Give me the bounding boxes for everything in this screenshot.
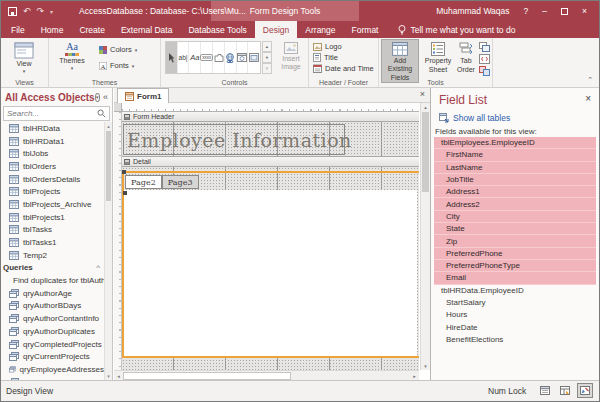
field-list-row[interactable]: PreferredPhone xyxy=(434,248,596,260)
view-button[interactable]: View ▾ xyxy=(6,39,42,75)
user-name[interactable]: Muhammad Waqas xyxy=(436,6,509,16)
nav-item-table[interactable]: tblTasks1 xyxy=(1,236,104,249)
date-time-button[interactable]: Date and Time xyxy=(309,63,378,74)
scroll-right-icon[interactable]: ▸ xyxy=(410,373,419,379)
nav-item-table[interactable]: Temp2 xyxy=(1,249,104,262)
web-browser-control-button[interactable] xyxy=(237,42,249,73)
nav-item-query[interactable]: qryAuthorBDays xyxy=(1,300,104,313)
tell-me-box[interactable]: Tell me what you want to do xyxy=(398,21,515,38)
ribbon-tab[interactable]: Arrange xyxy=(297,21,343,38)
form-title-label-control[interactable]: Employee Information xyxy=(123,124,345,155)
search-icon[interactable] xyxy=(97,109,106,118)
document-horizontal-scrollbar[interactable]: ◂ ▸ xyxy=(114,370,419,380)
maximize-button[interactable] xyxy=(561,8,568,15)
customize-qat-button[interactable]: ▾ xyxy=(50,8,53,15)
nav-item-table[interactable]: tblOrders xyxy=(1,160,104,173)
document-tab-form1[interactable]: Form1 xyxy=(117,88,169,103)
convert-macros-icon[interactable] xyxy=(479,66,490,76)
collapse-group-icon[interactable]: ^ xyxy=(96,263,100,272)
navigation-pane-title[interactable]: All Access Objects xyxy=(5,92,95,103)
field-list-row[interactable]: Email xyxy=(434,272,596,284)
nav-item-table[interactable]: tblProjects xyxy=(1,185,104,198)
field-list-row[interactable]: State xyxy=(434,223,596,235)
horizontal-scrollbar-thumb[interactable] xyxy=(123,372,291,380)
fonts-button[interactable]: A Fonts ▾ xyxy=(99,61,134,70)
field-list-row[interactable]: FirstName xyxy=(434,149,596,161)
tab-order-button[interactable]: Tab Order xyxy=(453,39,479,74)
ribbon-tab[interactable]: Format xyxy=(344,21,387,38)
nav-item-query[interactable]: qryEmployeeAddresses xyxy=(1,363,104,376)
undo-button[interactable]: ↶ xyxy=(23,7,31,16)
collapse-ribbon-button[interactable]: ⌃ xyxy=(587,76,593,84)
vertical-scrollbar-thumb[interactable] xyxy=(422,112,429,192)
themes-button[interactable]: Aa Themes ▾ xyxy=(53,39,91,72)
ribbon-tab[interactable]: Home xyxy=(33,21,72,38)
form-view-button[interactable] xyxy=(537,383,553,398)
nav-scrollbar-thumb[interactable] xyxy=(106,131,111,201)
nav-group-queries[interactable]: Queries ^ xyxy=(1,262,104,275)
field-list-row[interactable]: tblEmployees.EmployeeID xyxy=(434,137,596,149)
form-page-tab[interactable]: Page2 xyxy=(125,175,162,189)
selection-handle[interactable] xyxy=(122,170,126,174)
form-page-tab[interactable]: Page3 xyxy=(162,175,199,189)
help-button[interactable]: ? xyxy=(524,6,529,16)
select-control-button[interactable] xyxy=(166,42,178,73)
subform-control-button[interactable] xyxy=(248,42,260,73)
nav-item-table[interactable]: tblJobs xyxy=(1,147,104,160)
gallery-scroll-down[interactable]: ▾ xyxy=(262,52,272,63)
gallery-scroll-up[interactable]: ▴ xyxy=(262,41,272,52)
view-code-icon[interactable] xyxy=(479,54,490,64)
tab-control-page-body[interactable] xyxy=(124,190,417,357)
subform-new-window-icon[interactable] xyxy=(479,42,490,52)
search-input[interactable] xyxy=(7,109,97,118)
field-list-row[interactable]: JobTitle xyxy=(434,174,596,186)
redo-button[interactable]: ↷ xyxy=(37,7,45,16)
field-list-row[interactable]: Zip xyxy=(434,235,596,247)
field-list-row[interactable]: Address1 xyxy=(434,186,596,198)
scroll-up-icon[interactable]: ▴ xyxy=(105,123,112,129)
detail-section-bar[interactable]: Detail xyxy=(122,157,419,167)
document-vertical-scrollbar[interactable]: ▴ ▾ xyxy=(420,103,430,370)
close-field-list-icon[interactable]: × xyxy=(585,93,591,104)
nav-item-table[interactable]: tblHRData1 xyxy=(1,135,104,148)
field-list-row[interactable]: StartSalary xyxy=(434,297,596,309)
field-list-row[interactable]: tblHRData.EmployeeID xyxy=(434,285,596,297)
field-list-row[interactable]: HireDate xyxy=(434,321,596,333)
gallery-more-button[interactable]: ▿ xyxy=(262,63,272,74)
ribbon-tab[interactable]: Create xyxy=(71,21,113,38)
minimize-button[interactable]: – xyxy=(542,6,547,16)
nav-item-query[interactable]: qryAuthorContantInfo xyxy=(1,312,104,325)
ribbon-tab[interactable]: Database Tools xyxy=(180,21,254,38)
form-header-grid[interactable]: Employee Information xyxy=(122,122,419,157)
field-list-row[interactable]: Hours xyxy=(434,309,596,321)
layout-view-button[interactable] xyxy=(557,383,573,398)
field-list-row[interactable]: Address2 xyxy=(434,198,596,210)
button-control-button[interactable]: xxxx xyxy=(201,42,213,73)
show-all-tables-link[interactable]: Show all tables xyxy=(439,113,510,123)
save-icon[interactable] xyxy=(8,7,17,16)
nav-item-table[interactable]: tblHRData xyxy=(1,122,104,135)
nav-item-table[interactable]: tblProjects1 xyxy=(1,211,104,224)
shutter-bar-close-button[interactable]: « xyxy=(103,92,108,102)
hyperlink-control-button[interactable] xyxy=(225,42,237,73)
close-document-icon[interactable]: × xyxy=(420,89,425,99)
detail-section[interactable]: Page2Page3 xyxy=(122,167,419,370)
add-existing-fields-button[interactable]: Add Existing Fields xyxy=(381,39,419,83)
field-list-row[interactable]: City xyxy=(434,211,596,223)
logo-button[interactable]: Logo xyxy=(309,41,378,52)
nav-item-query[interactable]: Find duplicates for tblAuthors xyxy=(1,274,104,287)
tab-control-button[interactable] xyxy=(213,42,225,73)
ribbon-tab[interactable]: Design xyxy=(255,21,297,38)
nav-item-table[interactable]: tblTasks xyxy=(1,224,104,237)
nav-scrollbar[interactable]: ▴ ▾ xyxy=(104,122,112,380)
nav-menu-button[interactable]: ▾ xyxy=(95,93,100,102)
scroll-left-icon[interactable]: ◂ xyxy=(114,373,123,379)
property-sheet-button[interactable]: Property Sheet xyxy=(423,39,453,74)
nav-item-query[interactable]: qryCompletedProjects xyxy=(1,338,104,351)
ribbon-tab[interactable]: File xyxy=(3,21,33,38)
form-header-section-bar[interactable]: Form Header xyxy=(122,112,419,122)
nav-item-query[interactable]: qryAuthorAge xyxy=(1,287,104,300)
insert-image-button[interactable]: Insert Image xyxy=(275,42,307,82)
field-list-row[interactable]: PreferredPhoneType xyxy=(434,260,596,272)
scroll-down-icon[interactable]: ▾ xyxy=(105,373,112,379)
